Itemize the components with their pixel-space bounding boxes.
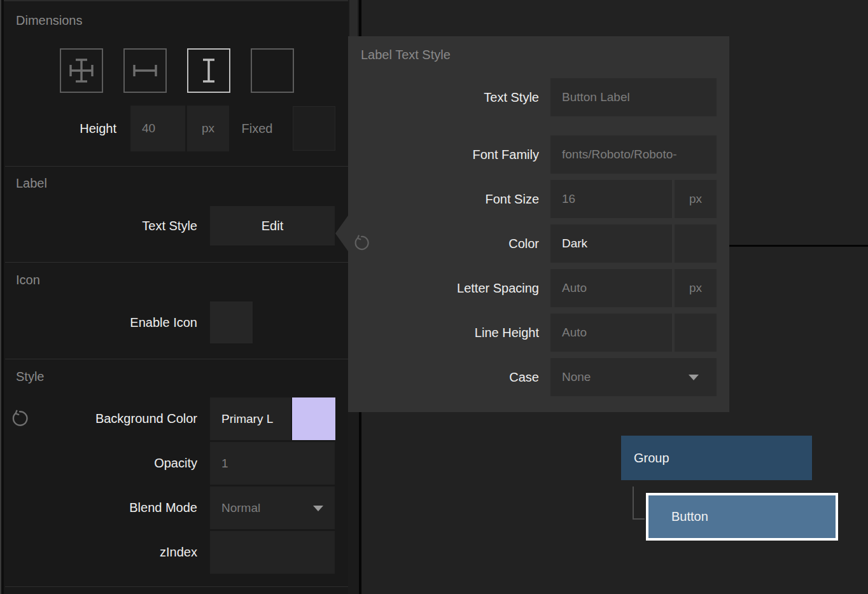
size-mode-width-button[interactable]	[123, 48, 167, 93]
chevron-down-icon	[689, 375, 699, 380]
popup-letter-spacing-unit-select[interactable]: px	[675, 269, 717, 307]
size-mode-height-button[interactable]	[187, 48, 230, 93]
canvas-button-element-selected[interactable]: Button	[646, 493, 838, 541]
popup-font-family-label: Font Family	[348, 135, 539, 174]
enable-icon-checkbox[interactable]	[210, 301, 253, 343]
blend-mode-select[interactable]: Normal	[210, 487, 335, 529]
tree-connector-horizontal	[633, 518, 645, 520]
enable-icon-label: Enable Icon	[38, 301, 197, 343]
popup-text-style-input[interactable]: Button Label	[550, 78, 717, 116]
height-label: Height	[25, 106, 116, 151]
popup-title: Label Text Style	[361, 48, 451, 62]
section-divider	[5, 166, 348, 167]
height-unit-select[interactable]: px	[187, 106, 229, 151]
width-height-icon	[67, 57, 95, 85]
popup-font-size-label: Font Size	[348, 180, 539, 218]
label-section-title: Label	[16, 176, 47, 191]
background-color-value[interactable]: Primary L	[210, 397, 291, 440]
blend-mode-label: Blend Mode	[38, 487, 197, 529]
group-element-label: Group	[634, 451, 669, 466]
reset-icon[interactable]	[11, 410, 29, 430]
width-icon	[131, 57, 159, 85]
popup-line-height-unit-select[interactable]	[675, 314, 717, 352]
section-divider	[5, 359, 348, 359]
style-section-title: Style	[16, 370, 44, 384]
size-mode-none-button[interactable]	[251, 48, 294, 93]
section-divider	[5, 586, 348, 587]
popup-color-label: Color	[348, 224, 539, 263]
popup-line-height-input[interactable]: Auto	[550, 314, 672, 352]
icon-section-title: Icon	[16, 273, 40, 287]
popup-pointer-arrow	[335, 216, 348, 251]
canvas-group-element[interactable]: Group	[621, 436, 812, 480]
opacity-label: Opacity	[38, 442, 197, 485]
section-divider	[5, 262, 348, 263]
panel-left-edge-gap	[1, 0, 4, 594]
text-style-edit-button[interactable]: Edit	[210, 206, 335, 245]
button-element-label: Button	[671, 509, 708, 524]
height-icon	[195, 57, 223, 85]
popup-font-size-input[interactable]: 16	[550, 180, 672, 218]
background-color-label: Background Color	[38, 397, 197, 440]
size-mode-width-height-button[interactable]	[60, 48, 103, 93]
background-color-swatch[interactable]	[292, 397, 335, 440]
popup-case-label: Case	[348, 358, 539, 396]
popup-text-style-label: Text Style	[348, 78, 539, 116]
popup-font-family-input[interactable]: fonts/Roboto/Roboto-	[550, 135, 717, 174]
chevron-down-icon	[313, 506, 323, 511]
popup-font-size-unit-select[interactable]: px	[675, 180, 717, 218]
height-input[interactable]: 40	[130, 106, 185, 151]
popup-color-unit-select[interactable]	[675, 224, 717, 263]
popup-line-height-label: Line Height	[348, 314, 539, 352]
text-style-label: Text Style	[38, 206, 197, 245]
app-root: Group Button Dimensions	[0, 0, 868, 594]
opacity-input[interactable]: 1	[210, 442, 335, 485]
label-text-style-popup: Label Text Style Text Style Button Label…	[348, 36, 729, 412]
popup-letter-spacing-input[interactable]: Auto	[550, 269, 672, 307]
fixed-label: Fixed	[229, 106, 285, 151]
popup-case-select[interactable]: None	[550, 358, 717, 396]
fixed-checkbox[interactable]	[293, 106, 335, 151]
properties-panel: Dimensions	[0, 0, 348, 594]
zindex-input[interactable]	[210, 531, 335, 574]
popup-color-input[interactable]: Dark	[550, 224, 672, 263]
tree-connector-vertical	[633, 487, 634, 520]
dimensions-section-title: Dimensions	[16, 13, 82, 28]
zindex-label: zIndex	[38, 531, 197, 574]
popup-letter-spacing-label: Letter Spacing	[348, 269, 539, 307]
blend-mode-value: Normal	[221, 501, 260, 515]
popup-case-value: None	[562, 370, 591, 384]
